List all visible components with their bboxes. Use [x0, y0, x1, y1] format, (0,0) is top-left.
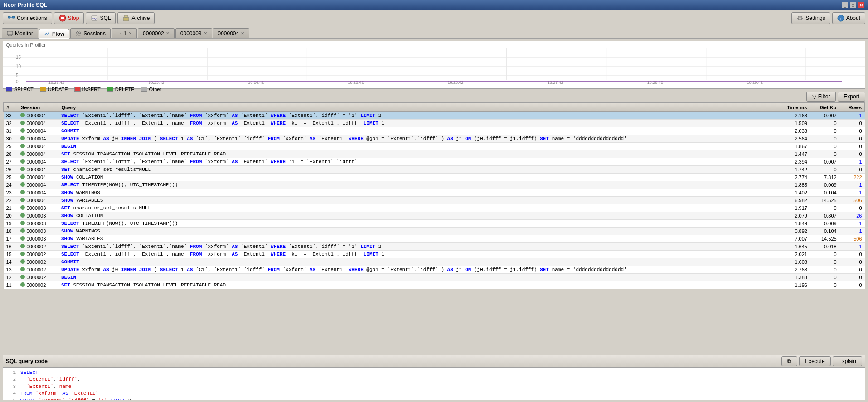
cell-session: 0000004 [18, 189, 58, 197]
cell-num: 30 [4, 135, 18, 143]
cell-rows: 1 [839, 228, 865, 235]
tab-sessions[interactable]: Sessions [70, 28, 111, 38]
table-row[interactable]: 28 0000004 SET SESSION TRANSACTION ISOLA… [4, 150, 865, 158]
query-table[interactable]: # Session Query Time ms Get Kb Rows 33 0… [3, 102, 865, 353]
legend-item: SELECT [6, 87, 34, 92]
table-row[interactable]: 31 0000004 COMMIT 2.033 0 0 [4, 127, 865, 135]
tab-t2[interactable]: 0000002 ✕ [138, 28, 175, 38]
cell-rows: 222 [839, 174, 865, 181]
maximize-btn[interactable]: □ [850, 2, 856, 8]
export-button[interactable]: Export [838, 92, 865, 102]
cell-getkb: 0.007 [810, 158, 839, 166]
sql-editor-title: SQL query code [6, 358, 48, 364]
table-row[interactable]: 23 0000004 SHOW WARNINGS 1.402 0.104 1 [4, 189, 865, 197]
table-row[interactable]: 13 0000002 UPDATE xxform AS j0 INNER JOI… [4, 266, 865, 274]
table-row[interactable]: 15 0000002 SELECT `Extent1`.`idfff`, `Ex… [4, 251, 865, 258]
about-button[interactable]: i About [832, 12, 865, 24]
table-row[interactable]: 26 0000004 SET character_set_results=NUL… [4, 166, 865, 174]
settings-button[interactable]: Settings [791, 12, 830, 24]
tab-t3[interactable]: 0000003 ✕ [175, 28, 212, 38]
cell-time: 1.867 [776, 143, 810, 150]
cell-rows: 1 [839, 158, 865, 166]
cell-query: SELECT `Extent1`.`idfff`, `Extent1`.`nam… [58, 120, 776, 127]
cell-time: 1.742 [776, 166, 810, 174]
table-row[interactable]: 22 0000004 SHOW VARIABLES 6.982 14.525 5… [4, 197, 865, 204]
cell-rows: 1 [839, 243, 865, 251]
cell-num: 31 [4, 127, 18, 135]
table-row[interactable]: 12 0000002 BEGIN 1.388 0 0 [4, 274, 865, 281]
table-row[interactable]: 29 0000004 BEGIN 1.867 0 0 [4, 143, 865, 150]
execute-button[interactable]: Execute [799, 356, 830, 366]
tab-label-sessions: Sessions [83, 30, 106, 37]
cell-num: 33 [4, 112, 18, 120]
table-row[interactable]: 18 0000003 SHOW WARNINGS 0.892 0.104 1 [4, 228, 865, 235]
tab-monitor[interactable]: Monitor [2, 28, 38, 38]
sql-button[interactable]: SQL SQL [86, 12, 116, 24]
table-row[interactable]: 17 0000003 SHOW VARIABLES 7.007 14.525 5… [4, 235, 865, 243]
cell-session: 0000003 [18, 212, 58, 220]
tab-close-t3[interactable]: ✕ [204, 31, 207, 36]
table-row[interactable]: 32 0000004 SELECT `Extent1`.`idfff`, `Ex… [4, 120, 865, 127]
archive-button[interactable]: Archive [117, 12, 155, 24]
table-row[interactable]: 30 0000004 UPDATE xxform AS j0 INNER JOI… [4, 135, 865, 143]
cell-num: 22 [4, 197, 18, 204]
cell-getkb: 0 [810, 166, 839, 174]
main-content: Queries in Profiler 15 10 5 0 18:22:42 1… [0, 39, 868, 402]
cell-query: SHOW COLLATION [58, 174, 776, 181]
cell-num: 13 [4, 266, 18, 274]
cell-rows: 0 [839, 251, 865, 258]
filter-label: Filter [818, 93, 830, 100]
cell-num: 24 [4, 181, 18, 189]
table-row[interactable]: 33 0000004 SELECT `Extent1`.`idfff`, `Ex… [4, 112, 865, 120]
table-row[interactable]: 19 0000003 SELECT TIMEDIFF(NOW(), UTC_TI… [4, 220, 865, 228]
cell-query: UPDATE xxform AS j0 INNER JOIN ( SELECT … [58, 266, 776, 274]
cell-rows: 0 [839, 274, 865, 281]
tab-close-t1[interactable]: ✕ [128, 31, 132, 36]
tabbar: Monitor Flow Sessions→ 1 ✕0000002 ✕00000… [0, 26, 868, 39]
titlebar-controls[interactable]: _ □ ✕ [842, 2, 864, 8]
status-icon [20, 259, 25, 264]
table-row[interactable]: 27 0000004 SELECT `Extent1`.`idfff`, `Ex… [4, 158, 865, 166]
stop-button[interactable]: Stop [54, 12, 84, 24]
cell-time: 1.447 [776, 150, 810, 158]
filter-button[interactable]: ▽ Filter [806, 92, 836, 102]
cell-query: SHOW VARIABLES [58, 235, 776, 243]
table-row[interactable]: 14 0000002 COMMIT 1.608 0 0 [4, 258, 865, 266]
tab-t4[interactable]: 0000004 ✕ [213, 28, 250, 38]
chart-area: Queries in Profiler 15 10 5 0 18:22:42 1… [3, 41, 865, 89]
status-icon [20, 182, 25, 187]
table-row[interactable]: 25 0000004 SHOW COLLATION 2.774 7.312 22… [4, 174, 865, 181]
cell-rows: 1 [839, 189, 865, 197]
tab-label-t3: 0000003 [180, 30, 202, 37]
minimize-btn[interactable]: _ [842, 2, 848, 8]
code-line-1: 1 SELECT [7, 369, 861, 376]
tab-close-t2[interactable]: ✕ [166, 31, 170, 36]
status-icon [20, 282, 25, 287]
connections-button[interactable]: Connections [3, 12, 52, 24]
table-row[interactable]: 21 0000003 SET character_set_results=NUL… [4, 204, 865, 212]
cell-time: 1.402 [776, 189, 810, 197]
sql-editor: SQL query code ⧉ Execute Explain 1 SELEC… [3, 355, 865, 400]
table-row[interactable]: 11 0000002 SET SESSION TRANSACTION ISOLA… [4, 281, 865, 289]
tab-close-t4[interactable]: ✕ [241, 31, 244, 36]
close-btn[interactable]: ✕ [858, 2, 864, 8]
cell-query: UPDATE xxform AS j0 INNER JOIN ( SELECT … [58, 135, 776, 143]
cell-query: SELECT `Extent1`.`idfff`, `Extent1`.`nam… [58, 112, 776, 120]
cell-query: BEGIN [58, 274, 776, 281]
table-row[interactable]: 16 0000002 SELECT `Extent1`.`idfff`, `Ex… [4, 243, 865, 251]
copy-button[interactable]: ⧉ [781, 356, 797, 366]
legend-color [6, 87, 12, 92]
tab-t1[interactable]: → 1 ✕ [112, 28, 137, 38]
connections-icon [8, 15, 15, 22]
table-row[interactable]: 24 0000004 SELECT TIMEDIFF(NOW(), UTC_TI… [4, 181, 865, 189]
tab-flow[interactable]: Flow [39, 29, 69, 39]
cell-getkb: 0 [810, 135, 839, 143]
status-icon [20, 228, 25, 233]
explain-button[interactable]: Explain [833, 356, 862, 366]
table-row[interactable]: 20 0000003 SHOW COLLATION 2.079 0.807 26 [4, 212, 865, 220]
legend-color [74, 87, 81, 92]
sql-icon: SQL [91, 15, 98, 22]
svg-text:i: i [840, 16, 842, 21]
status-icon [20, 159, 25, 164]
cell-time: 1.196 [776, 281, 810, 289]
